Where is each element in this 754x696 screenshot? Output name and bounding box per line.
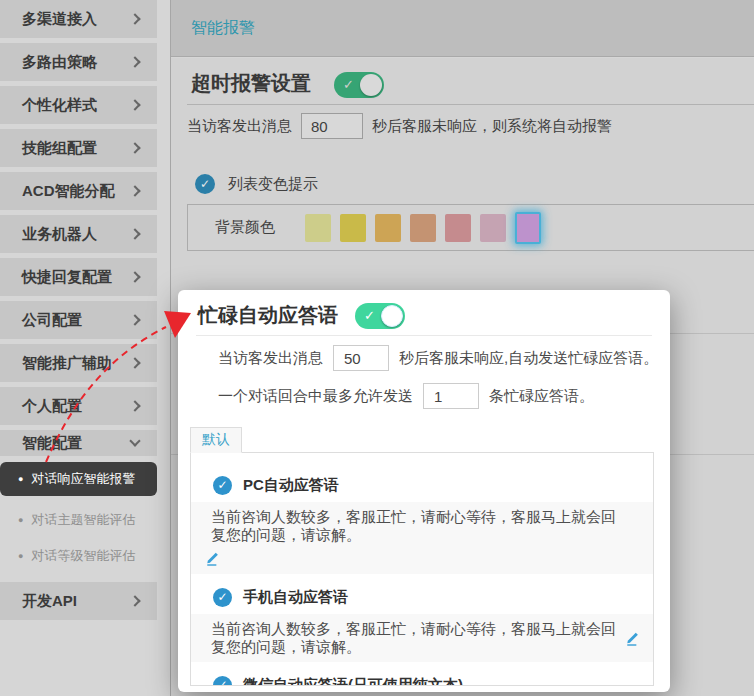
reply-item-header: ✓手机自动应答语 xyxy=(213,587,653,607)
sidebar-item-label: 开发API xyxy=(22,592,77,611)
reply-items-box: ✓PC自动应答语当前咨询人数较多，客服正忙，请耐心等待，客服马上就会回复您的问题… xyxy=(190,452,654,686)
chevron-right-icon xyxy=(129,56,140,67)
busy-seconds-input[interactable] xyxy=(333,345,389,371)
sidebar-item-label: 技能组配置 xyxy=(22,139,97,158)
sidebar-subitem-label: 对话响应智能报警 xyxy=(31,470,135,488)
busy-max-input[interactable] xyxy=(423,383,479,409)
sidebar-item-label: 公司配置 xyxy=(22,311,82,330)
toggle-knob xyxy=(381,305,403,327)
sidebar-subitem[interactable]: ●对话等级智能评估 xyxy=(0,538,157,574)
sidebar-item-label: 智能推广辅助 xyxy=(22,354,112,373)
sidebar-item-label: ACD智能分配 xyxy=(22,182,115,201)
reply-item-header: ✓PC自动应答语 xyxy=(213,475,653,495)
edit-pencil-icon[interactable] xyxy=(625,629,642,647)
color-swatch[interactable] xyxy=(445,214,471,242)
reply-item-header: ✓微信自动应答语(只可使用纯文本) xyxy=(213,675,653,686)
chevron-right-icon xyxy=(129,99,140,110)
sidebar-item[interactable]: 快捷回复配置 xyxy=(0,258,157,296)
color-swatch[interactable] xyxy=(375,214,401,242)
sidebar-subitem-label: 对话主题智能评估 xyxy=(31,511,135,529)
sidebar-subitem[interactable]: ●对话主题智能评估 xyxy=(0,502,157,538)
chevron-down-icon xyxy=(129,435,140,446)
reply-item-checkbox[interactable]: ✓ xyxy=(213,476,232,495)
color-swatch-selected[interactable] xyxy=(515,212,541,244)
edit-pencil-icon[interactable] xyxy=(205,549,222,567)
sidebar-item-dev-api[interactable]: 开发API xyxy=(0,582,157,620)
list-color-check-row: ✓ 列表变色提示 xyxy=(195,174,318,194)
bullet-icon: ● xyxy=(18,552,23,561)
sidebar-subitem-selected[interactable]: ●对话响应智能报警 xyxy=(0,462,157,496)
sidebar-item[interactable]: 业务机器人 xyxy=(0,215,157,253)
sentence-suffix: 秒后客服未响应，则系统将自动报警 xyxy=(372,117,612,136)
list-color-label: 列表变色提示 xyxy=(228,175,318,194)
busy-reply-toggle[interactable]: ✓ xyxy=(355,303,405,329)
reply-item-desc-row: 当前咨询人数较多，客服正忙，请耐心等待，客服马上就会回复您的问题，请谅解。 xyxy=(191,502,653,574)
color-swatch-row xyxy=(305,212,541,244)
sidebar-item[interactable]: 技能组配置 xyxy=(0,129,157,167)
timeout-seconds-input[interactable] xyxy=(301,113,363,139)
sidebar: 多渠道接入多路由策略个性化样式技能组配置ACD智能分配业务机器人快捷回复配置公司… xyxy=(0,0,157,696)
sidebar-item[interactable]: 个人配置 xyxy=(0,387,157,425)
busy-max-row: 一个对话回合中最多允许发送 条忙碌应答语。 xyxy=(218,382,594,410)
chevron-right-icon xyxy=(129,595,140,606)
chevron-right-icon xyxy=(129,228,140,239)
busy-seconds-row: 当访客发出消息 秒后客服未响应,自动发送忙碌应答语。 xyxy=(218,344,658,372)
row2-prefix: 一个对话回合中最多允许发送 xyxy=(218,387,413,406)
list-color-checkbox[interactable]: ✓ xyxy=(195,174,215,194)
row1-suffix: 秒后客服未响应,自动发送忙碌应答语。 xyxy=(399,349,658,368)
reply-item-checkbox[interactable]: ✓ xyxy=(213,588,232,607)
chevron-right-icon xyxy=(129,314,140,325)
reply-item-desc-row: 当前咨询人数较多，客服正忙，请耐心等待，客服马上就会回复您的问题，请谅解。 xyxy=(191,614,653,662)
chevron-right-icon xyxy=(129,185,140,196)
sidebar-item[interactable]: 个性化样式 xyxy=(0,86,157,124)
sidebar-item-label: 快捷回复配置 xyxy=(22,268,112,287)
check-icon: ✓ xyxy=(364,308,375,323)
color-swatch[interactable] xyxy=(480,214,506,242)
sidebar-item[interactable]: 智能推广辅助 xyxy=(0,344,157,382)
chevron-right-icon xyxy=(129,13,140,24)
background-color-label: 背景颜色 xyxy=(215,218,275,237)
background-color-box: 背景颜色 xyxy=(187,204,754,251)
modal-divider xyxy=(196,335,652,336)
reply-item-label: PC自动应答语 xyxy=(243,476,339,495)
check-icon: ✓ xyxy=(343,77,354,92)
chevron-right-icon xyxy=(129,271,140,282)
page-title: 智能报警 xyxy=(191,18,255,39)
section-divider xyxy=(187,104,754,105)
sidebar-item-label: 业务机器人 xyxy=(22,225,97,244)
reply-item-desc: 当前咨询人数较多，客服正忙，请耐心等待，客服马上就会回复您的问题，请谅解。 xyxy=(211,620,616,655)
sentence-prefix: 当访客发出消息 xyxy=(187,117,292,136)
row2-suffix: 条忙碌应答语。 xyxy=(489,387,594,406)
chevron-right-icon xyxy=(129,357,140,368)
sidebar-item[interactable]: ACD智能分配 xyxy=(0,172,157,210)
timeout-toggle[interactable]: ✓ xyxy=(334,72,384,98)
modal-title: 忙碌自动应答语 xyxy=(198,302,338,329)
tab-default[interactable]: 默认 xyxy=(190,427,242,453)
sidebar-item[interactable]: 多路由策略 xyxy=(0,43,157,81)
timeout-section-title: 超时报警设置 xyxy=(191,70,311,97)
sidebar-item-label: 多渠道接入 xyxy=(22,10,97,29)
toggle-knob xyxy=(360,74,382,96)
busy-reply-modal: 忙碌自动应答语 ✓ 当访客发出消息 秒后客服未响应,自动发送忙碌应答语。 一个对… xyxy=(178,290,670,692)
row1-prefix: 当访客发出消息 xyxy=(218,349,323,368)
chevron-right-icon xyxy=(129,142,140,153)
sidebar-item[interactable]: 多渠道接入 xyxy=(0,0,157,38)
page-header: 智能报警 xyxy=(171,0,754,57)
bullet-icon: ● xyxy=(18,516,23,525)
sidebar-item-label: 个性化样式 xyxy=(22,96,97,115)
chevron-right-icon xyxy=(129,400,140,411)
sidebar-item[interactable]: 公司配置 xyxy=(0,301,157,339)
reply-item-checkbox[interactable]: ✓ xyxy=(213,676,232,687)
bullet-icon: ● xyxy=(18,475,23,484)
reply-item-desc: 当前咨询人数较多，客服正忙，请耐心等待，客服马上就会回复您的问题，请谅解。 xyxy=(211,508,616,543)
sidebar-subitem-label: 对话等级智能评估 xyxy=(31,547,135,565)
reply-item-label: 手机自动应答语 xyxy=(243,588,348,607)
reply-item-label: 微信自动应答语(只可使用纯文本) xyxy=(243,676,463,687)
timeout-sentence: 当访客发出消息 秒后客服未响应，则系统将自动报警 xyxy=(187,112,612,140)
color-swatch[interactable] xyxy=(305,214,331,242)
sidebar-item-label: 个人配置 xyxy=(22,397,82,416)
color-swatch[interactable] xyxy=(340,214,366,242)
sidebar-item-smart-config[interactable]: 智能配置 xyxy=(0,430,157,456)
color-swatch[interactable] xyxy=(410,214,436,242)
sidebar-item-label: 多路由策略 xyxy=(22,53,97,72)
